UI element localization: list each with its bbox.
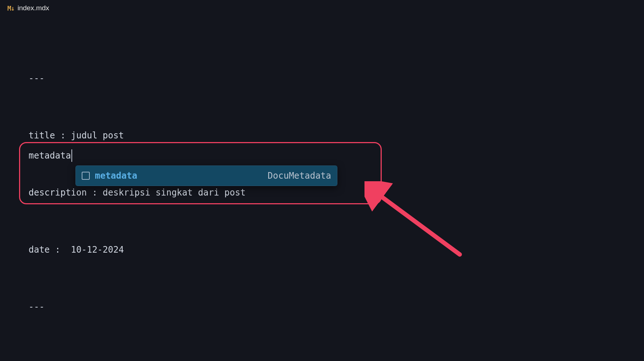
autocomplete-popup: metadata DocuMetadata — [75, 165, 337, 186]
typed-text: metadata — [29, 150, 71, 161]
code-line: title : judul post — [29, 126, 644, 145]
current-input[interactable]: metadata — [29, 149, 72, 162]
code-line: date : 10-12-2024 — [29, 240, 644, 259]
tab-title[interactable]: index.mdx — [18, 4, 49, 12]
mdx-file-icon: M↓ — [7, 4, 15, 12]
autocomplete-detail: DocuMetadata — [268, 171, 331, 181]
autocomplete-item[interactable]: metadata DocuMetadata — [76, 166, 337, 186]
variable-icon — [82, 172, 90, 180]
tab-bar: M↓ index.mdx — [0, 0, 644, 16]
code-line: --- — [29, 297, 644, 316]
code-line: --- — [29, 69, 644, 88]
text-cursor — [71, 149, 72, 162]
autocomplete-label: metadata — [95, 171, 263, 181]
